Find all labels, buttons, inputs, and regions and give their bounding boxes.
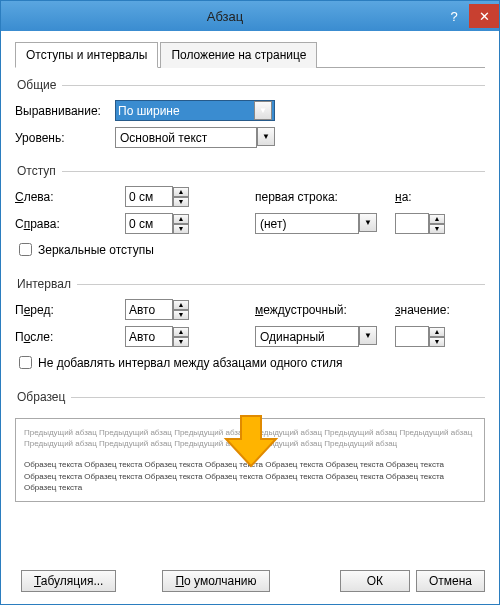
spin-down-icon[interactable]: ▼ [173,337,189,347]
level-value: Основной текст [115,127,257,148]
first-line-label: первая строка: [255,190,395,204]
spacing-value-input[interactable] [395,326,429,347]
default-button[interactable]: По умолчанию [162,570,269,592]
button-bar: Табуляция... По умолчанию ОК Отмена [15,570,485,592]
after-input[interactable] [125,326,173,347]
spin-up-icon[interactable]: ▲ [429,214,445,224]
alignment-value: По ширине [118,104,180,118]
spin-down-icon[interactable]: ▼ [173,224,189,234]
annotation-arrow-icon [221,411,281,471]
alignment-label: Выравнивание: [15,104,115,118]
before-input[interactable] [125,299,173,320]
indent-on-input[interactable] [395,213,429,234]
mirror-indents-label: Зеркальные отступы [38,243,154,257]
group-indent-label: Отступ [15,164,62,178]
spin-up-icon[interactable]: ▲ [173,187,189,197]
no-add-space-label: Не добавлять интервал между абзацами одн… [38,356,343,370]
no-add-space-checkbox[interactable] [19,356,32,369]
spacing-value-spinner[interactable]: ▲▼ [395,326,485,347]
spin-up-icon[interactable]: ▲ [429,327,445,337]
ok-button[interactable]: ОК [340,570,410,592]
indent-right-spinner[interactable]: ▲▼ [125,213,255,234]
indent-on-spinner[interactable]: ▲▼ [395,213,485,234]
group-general: Общие Выравнивание: По ширине ▼ Уровень:… [15,78,485,154]
group-general-label: Общие [15,78,62,92]
close-button[interactable]: ✕ [469,4,499,28]
spin-up-icon[interactable]: ▲ [173,214,189,224]
group-spacing-label: Интервал [15,277,77,291]
level-label: Уровень: [15,131,115,145]
svg-marker-0 [226,416,276,466]
indent-left-input[interactable] [125,186,173,207]
level-select[interactable]: Основной текст ▼ [115,127,275,148]
alignment-select[interactable]: По ширине ▼ [115,100,275,121]
group-preview-label: Образец [15,390,71,404]
on-label: на: [395,190,485,204]
spin-up-icon[interactable]: ▲ [173,300,189,310]
spin-down-icon[interactable]: ▼ [429,224,445,234]
tab-strip: Отступы и интервалы Положение на страниц… [15,41,485,68]
line-spacing-label: междустрочный: [255,303,395,317]
after-spinner[interactable]: ▲▼ [125,326,255,347]
tab-page-position[interactable]: Положение на странице [160,42,317,68]
chevron-down-icon[interactable]: ▼ [257,127,275,146]
indent-left-spinner[interactable]: ▲▼ [125,186,255,207]
after-label: После: [15,330,125,344]
window-title: Абзац [11,9,439,24]
tab-indents-spacing[interactable]: Отступы и интервалы [15,42,158,68]
group-indent: Отступ Слева: ▲▼ первая строка: на: Спра… [15,164,485,267]
spin-up-icon[interactable]: ▲ [173,327,189,337]
mirror-indents-checkbox[interactable] [19,243,32,256]
title-bar: Абзац ? ✕ [1,1,499,31]
group-spacing: Интервал Перед: ▲▼ междустрочный: значен… [15,277,485,380]
indent-right-input[interactable] [125,213,173,234]
value-label: значение: [395,303,485,317]
chevron-down-icon[interactable]: ▼ [359,326,377,345]
tabs-button[interactable]: Табуляция... [21,570,116,592]
spin-down-icon[interactable]: ▼ [173,197,189,207]
line-spacing-select[interactable]: Одинарный ▼ [255,326,395,347]
chevron-down-icon[interactable]: ▼ [254,101,272,120]
spin-down-icon[interactable]: ▼ [173,310,189,320]
first-line-select[interactable]: (нет) ▼ [255,213,395,234]
indent-right-label: Справа: [15,217,125,231]
before-label: Перед: [15,303,125,317]
before-spinner[interactable]: ▲▼ [125,299,255,320]
cancel-button[interactable]: Отмена [416,570,485,592]
help-button[interactable]: ? [439,4,469,28]
line-spacing-value: Одинарный [255,326,359,347]
indent-left-label: Слева: [15,190,125,204]
dialog-window: Абзац ? ✕ Отступы и интервалы Положение … [0,0,500,605]
spin-down-icon[interactable]: ▼ [429,337,445,347]
chevron-down-icon[interactable]: ▼ [359,213,377,232]
first-line-value: (нет) [255,213,359,234]
